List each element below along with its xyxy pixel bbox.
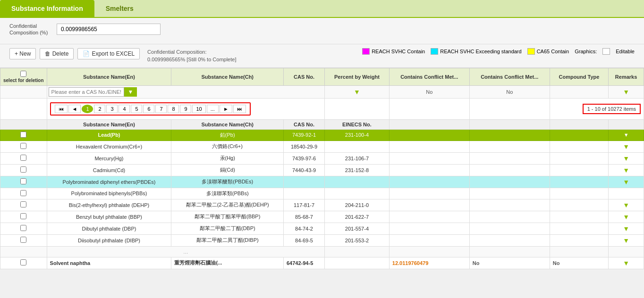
row-checkbox[interactable] <box>20 213 26 219</box>
subh-en: Substance Name(En) <box>47 119 171 129</box>
cell-en: Cadmium(Cd) <box>47 164 171 176</box>
composition-label: Confidential Composition (%) <box>9 23 52 36</box>
page-8-button[interactable]: 8 <box>168 105 179 113</box>
delete-button[interactable]: 🗑 Delete <box>40 48 74 59</box>
cell-ch: 鄰苯二甲酸丁酯苯甲酯(BBP) <box>171 211 284 223</box>
tab-bar: Substance Information Smelters <box>0 0 644 18</box>
cell-einecs: 231-106-7 <box>325 152 390 164</box>
items-count: 1 - 10 of 10272 items <box>583 104 641 114</box>
new-button[interactable]: + New <box>9 48 36 59</box>
th-substance-name-ch: Substance Name(Ch) <box>171 68 284 85</box>
page-3-button[interactable]: 3 <box>106 105 118 113</box>
page-ellipsis: ... <box>207 105 219 113</box>
cell-cas <box>283 176 324 188</box>
row-checkbox[interactable] <box>20 132 26 138</box>
legend-reach-svhc: REACH SVHC Contain <box>362 48 425 55</box>
cell-ch: 鎘(Cd) <box>171 164 284 176</box>
table-row: Mercury(Hg) 汞(Hg) 7439-97-6 231-106-7 ▼ <box>0 152 644 164</box>
cell-percent-bottom: 12.0119760479 <box>389 257 469 269</box>
cell-en: Lead(Pb) <box>47 129 171 141</box>
cell-ch: 汞(Hg) <box>171 152 284 164</box>
tab-substance-information[interactable]: Substance Information <box>0 0 94 17</box>
legend-reach-exceed: REACH SVHC Exceeding standard <box>431 48 521 55</box>
cell-remarks-arrow: ▼ <box>609 129 644 141</box>
cell-cas <box>283 188 324 199</box>
cell-en: Polybrominated diphenyl ethers(PBDEs) <box>47 176 171 188</box>
confidential-info: Confidential Composition: 0.0099986565% … <box>147 48 236 64</box>
cell-en-bottom: Solvent naphtha <box>47 257 171 269</box>
row-checkbox[interactable] <box>20 190 26 196</box>
row-checkbox[interactable] <box>20 178 26 184</box>
page-10-button[interactable]: 10 <box>192 105 205 113</box>
filter-no-2: No <box>506 89 513 95</box>
cell-cas: 7439-92-1 <box>283 129 324 141</box>
row-checkbox[interactable] <box>20 143 26 149</box>
cell-einecs: 201-622-7 <box>325 211 390 223</box>
subh-einecs: EINECS No. <box>325 119 390 129</box>
cell-ch: 鉛(Pb) <box>171 129 284 141</box>
table-row: Cadmium(Cd) 鎘(Cd) 7440-43-9 231-152-8 ▼ <box>0 164 644 176</box>
excel-icon: 📄 <box>83 50 90 57</box>
page-1-button[interactable]: 1 <box>82 105 93 113</box>
cell-en: Diisobutyl phthalate (DIBP) <box>47 234 171 246</box>
cell-cas: 84-74-2 <box>283 223 324 234</box>
composition-input[interactable] <box>57 24 161 35</box>
page-first-button[interactable]: ⏮ <box>55 105 68 113</box>
row-checkbox[interactable] <box>20 201 26 207</box>
legend-area: REACH SVHC Contain REACH SVHC Exceeding … <box>362 48 635 55</box>
th-conflict-1: Contains Conflict Met... <box>389 68 469 85</box>
cell-conflict2-bottom: No <box>550 257 608 269</box>
subh-cas: CAS No. <box>283 119 324 129</box>
row-checkbox[interactable] <box>20 259 26 265</box>
cell-ch: 鄰苯二甲酸二異丁酯(DIBP) <box>171 234 284 246</box>
tab-smelters[interactable]: Smelters <box>94 0 145 17</box>
remarks-arrow-icon: ▼ <box>623 88 629 96</box>
table-row: Lead(Pb) 鉛(Pb) 7439-92-1 231-100-4 ▼ <box>0 129 644 141</box>
table-row: Hexavalent Chromium(Cr6+) 六價鉻(Cr6+) 1854… <box>0 141 644 152</box>
cell-ch: 多溴聯苯類(PBBs) <box>171 188 284 199</box>
page-next-button[interactable]: ► <box>220 105 232 113</box>
cell-cas: 85-68-7 <box>283 211 324 223</box>
cell-cas: 7440-43-9 <box>283 164 324 176</box>
page-2-button[interactable]: 2 <box>94 105 105 113</box>
cell-cas: 117-81-7 <box>283 199 324 211</box>
legend-yellow-box <box>527 48 535 55</box>
percent-arrow-icon: ▼ <box>354 88 360 96</box>
filter-dropdown-button[interactable]: ▼ <box>124 87 137 97</box>
cas-filter-input[interactable] <box>49 87 124 97</box>
cell-einecs <box>325 188 390 199</box>
page-prev-button[interactable]: ◄ <box>68 105 81 113</box>
page-6-button[interactable]: 6 <box>143 105 154 113</box>
subh-ch: Substance Name(Ch) <box>171 119 284 129</box>
th-select: select for deletion <box>0 68 47 85</box>
select-all-checkbox[interactable] <box>20 71 26 77</box>
th-cas-no: CAS No. <box>283 68 324 85</box>
page-7-button[interactable]: 7 <box>155 105 167 113</box>
row-checkbox[interactable] <box>20 225 26 231</box>
cell-einecs: 204-211-0 <box>325 199 390 211</box>
cell-cas: 18540-29-9 <box>283 141 324 152</box>
cell-en: Polybrominated biphenyls(PBBs) <box>47 188 171 199</box>
row-checkbox[interactable] <box>20 237 26 243</box>
cell-ch: 鄰苯二甲酸二(2-乙基己基)酯(DEHP) <box>171 199 284 211</box>
page-5-button[interactable]: 5 <box>131 105 142 113</box>
page-4-button[interactable]: 4 <box>119 105 130 113</box>
cell-ch: 多溴聯苯醚類(PBDEs) <box>171 176 284 188</box>
th-percent-by-weight: Percent by Weight <box>325 68 390 85</box>
page-9-button[interactable]: 9 <box>180 105 191 113</box>
table-row: Dibutyl phthalate (DBP) 鄰苯二甲酸二丁酯(DBP) 84… <box>0 223 644 234</box>
cell-einecs: 201-553-2 <box>325 234 390 246</box>
pagination-row: ⏮ ◄ 1 2 3 4 5 6 7 8 9 10 <box>0 98 644 119</box>
legend-graphics-box <box>602 48 610 55</box>
row-checkbox[interactable] <box>20 166 26 173</box>
table-header-row: select for deletion Substance Name(En) S… <box>0 68 644 85</box>
page-last-button[interactable]: ⏭ <box>233 105 246 113</box>
filter-row: ▼ ▼ No No ▼ <box>0 85 644 98</box>
table-row: Benzyl butyl phthalate (BBP) 鄰苯二甲酸丁酯苯甲酯(… <box>0 211 644 223</box>
row-checkbox[interactable] <box>20 155 26 161</box>
table-row: Bis(2-ethylhexyl) phthalate (DEHP) 鄰苯二甲酸… <box>0 199 644 211</box>
cell-en: Mercury(Hg) <box>47 152 171 164</box>
toolbar: + New 🗑 Delete 📄 Export to EXCEL Confide… <box>0 44 644 68</box>
cell-einecs <box>325 141 390 152</box>
export-button[interactable]: 📄 Export to EXCEL <box>77 48 140 59</box>
